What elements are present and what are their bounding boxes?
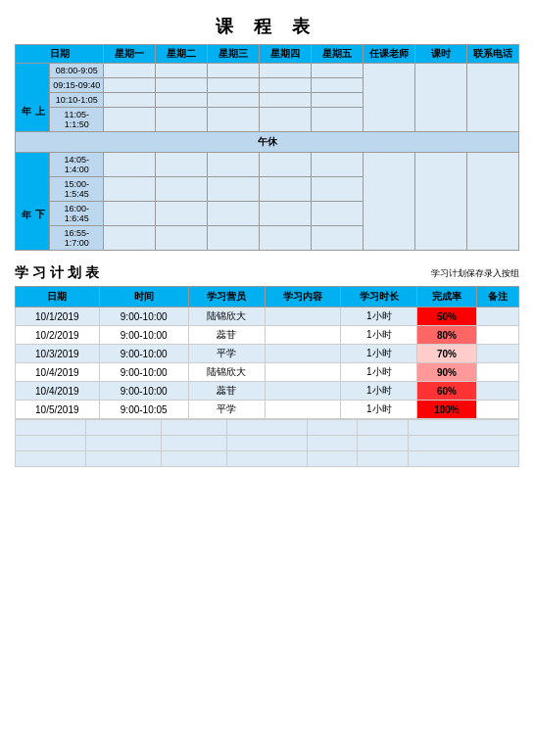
schedule-header-phone: 联系电话 [467,45,519,64]
plan-cell-note-1 [476,326,518,345]
plan-cell-time-0: 9:00-10:00 [99,307,188,326]
plan-cell-member-5: 平学 [188,401,265,419]
schedule-header-fri: 星期五 [312,45,364,64]
plan-cell-duration-5: 1小时 [341,401,417,419]
schedule-header-tue: 星期二 [156,45,208,64]
plan-cell-note-3 [476,363,518,382]
plan-cell-time-3: 9:00-10:00 [99,363,188,382]
plan-cell-content-1 [265,326,341,345]
plan-cell-completion-3: 90% [417,363,477,382]
plan-cell-date-0: 10/1/2019 [16,307,100,326]
plan-col-time: 时间 [99,287,188,307]
plan-cell-completion-5: 100% [417,401,477,419]
noon-label: 午休 [16,132,519,153]
plan-row-5: 10/5/20199:00-10:05平学1小时100% [16,401,519,419]
plan-row-1: 10/2/20199:00-10:00蕊苷1小时80% [16,326,519,345]
plan-cell-member-2: 平学 [188,345,265,363]
schedule-afternoon-row1: 下年 14:05-1:4:00 [16,153,519,177]
plan-table: 日期 时间 学习营员 学习内容 学习时长 完成率 备注 10/1/20199:0… [15,286,519,419]
plan-cell-member-3: 陆锦欣大 [188,363,265,382]
plan-empty-row3 [16,451,519,467]
plan-cell-member-0: 陆锦欣大 [188,307,265,326]
schedule-header-wed: 星期三 [208,45,260,64]
time-0915: 09:15-09:40 [50,78,104,93]
plan-col-duration: 学习时长 [341,287,417,307]
morning-period: 上年 [16,64,50,132]
plan-cell-content-5 [265,401,341,419]
plan-cell-duration-2: 1小时 [341,345,417,363]
noon-row: 午休 [16,132,519,153]
plan-cell-completion-1: 80% [417,326,477,345]
plan-cell-date-3: 10/4/2019 [16,363,100,382]
time-1655: 16:55-1:7:00 [50,226,104,251]
plan-cell-date-5: 10/5/2019 [16,401,100,419]
schedule-morning-row1: 上年 08:00-9:05 [16,64,519,78]
plan-title: 学习计划表 [15,264,103,282]
afternoon-period: 下年 [16,153,50,251]
schedule-header-hours: 课时 [415,45,467,64]
plan-cell-content-2 [265,345,341,363]
schedule-header-date: 日期 [16,45,104,64]
plan-note: 学习计划保存录入按组 [431,267,519,280]
plan-cell-member-1: 蕊苷 [188,326,265,345]
plan-cell-duration-1: 1小时 [341,326,417,345]
plan-cell-time-4: 9:00-10:00 [99,382,188,401]
plan-empty-row2 [16,436,519,451]
time-1105: 11:05-1:1:50 [50,108,104,132]
plan-cell-date-2: 10/3/2019 [16,345,100,363]
plan-col-date: 日期 [16,287,100,307]
schedule-header-mon: 星期一 [104,45,156,64]
time-1405: 14:05-1:4:00 [50,153,104,177]
plan-cell-date-4: 10/4/2019 [16,382,100,401]
plan-cell-completion-4: 60% [417,382,477,401]
time-1500: 15:00-1:5:45 [50,177,104,202]
plan-cell-content-4 [265,382,341,401]
plan-cell-time-2: 9:00-10:00 [99,345,188,363]
plan-cell-duration-0: 1小时 [341,307,417,326]
time-0800: 08:00-9:05 [50,64,104,78]
plan-cell-note-4 [476,382,518,401]
schedule-table: 日期 星期一 星期二 星期三 星期四 星期五 任课老师 课时 联系电话 上年 0… [15,44,519,251]
plan-cell-completion-2: 70% [417,345,477,363]
schedule-header-teacher: 任课老师 [364,45,415,64]
plan-cell-note-0 [476,307,518,326]
plan-header: 学习计划表 学习计划保存录入按组 [15,264,519,282]
plan-col-member: 学习营员 [188,287,265,307]
plan-empty-rows [15,419,519,467]
plan-cell-time-5: 9:00-10:05 [99,401,188,419]
plan-col-content: 学习内容 [265,287,341,307]
plan-cell-content-0 [265,307,341,326]
plan-cell-time-1: 9:00-10:00 [99,326,188,345]
plan-row-2: 10/3/20199:00-10:00平学1小时70% [16,345,519,363]
plan-col-note: 备注 [476,287,518,307]
main-title: 课 程 表 [15,15,519,38]
time-1010: 10:10-1:05 [50,93,104,108]
plan-cell-duration-3: 1小时 [341,363,417,382]
plan-col-completion: 完成率 [417,287,477,307]
plan-cell-content-3 [265,363,341,382]
plan-cell-note-2 [476,345,518,363]
plan-cell-member-4: 蕊苷 [188,382,265,401]
plan-cell-completion-0: 50% [417,307,477,326]
plan-cell-date-1: 10/2/2019 [16,326,100,345]
plan-empty-row1 [16,420,519,436]
plan-row-3: 10/4/20199:00-10:00陆锦欣大1小时90% [16,363,519,382]
plan-row-0: 10/1/20199:00-10:00陆锦欣大1小时50% [16,307,519,326]
time-1600: 16:00-1:6:45 [50,202,104,226]
plan-cell-duration-4: 1小时 [341,382,417,401]
plan-header-row: 日期 时间 学习营员 学习内容 学习时长 完成率 备注 [16,287,519,307]
schedule-header-thu: 星期四 [260,45,312,64]
plan-row-4: 10/4/20199:00-10:00蕊苷1小时60% [16,382,519,401]
plan-cell-note-5 [476,401,518,419]
